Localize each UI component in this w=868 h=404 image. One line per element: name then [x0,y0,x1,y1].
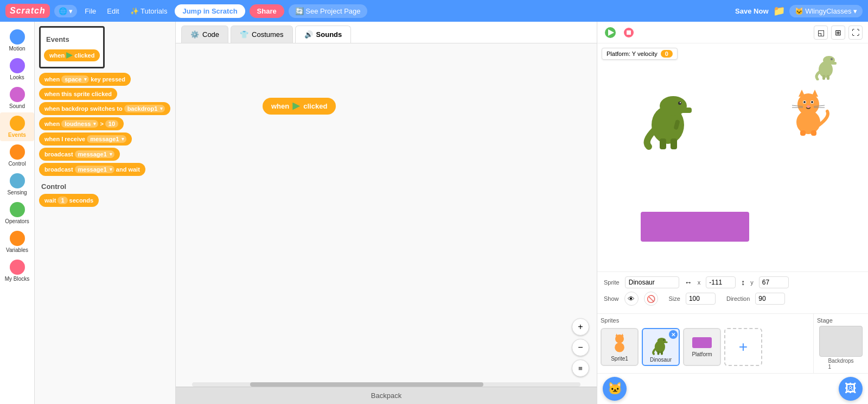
x-coordinate-input[interactable] [706,276,736,288]
main-layout: Motion Looks Sound Events Control Sensin… [0,22,868,404]
svg-point-26 [807,105,810,108]
svg-point-8 [680,102,681,103]
svg-rect-3 [627,30,631,35]
add-cat-sprite-button[interactable]: 🐱 [603,377,627,401]
green-flag-run-button[interactable] [603,25,618,40]
category-variables[interactable]: Variables [0,228,34,256]
stage-preview: Platform: Y velocity 0 [597,43,868,272]
when-receive-block[interactable]: when I receive message1 [39,132,132,146]
y-arrow-icon: ↕ [741,278,745,287]
x-arrow-icon: ↔ [685,278,692,287]
stop-button[interactable] [622,26,635,39]
code-icon: ⚙️ [190,30,199,39]
stage-section: Stage Backdrops 1 [814,314,868,373]
show-sprite-button[interactable]: 👁 [624,292,639,306]
costumes-icon: 👕 [240,30,248,39]
normal-stage-button[interactable]: ⊞ [831,26,845,40]
category-control[interactable]: Control [0,141,34,170]
green-flag-icon [66,52,73,59]
size-input[interactable] [686,293,716,305]
svg-rect-14 [831,62,837,65]
sounds-icon: 🔊 [304,30,313,39]
language-button[interactable]: 🌐 ▾ [54,5,78,17]
svg-marker-21 [812,90,818,97]
sprite-list-area: Sprites Sprite1 ✕ [597,313,868,373]
zoom-in-button[interactable]: + [572,318,589,336]
svg-point-25 [811,101,813,103]
svg-rect-6 [680,108,692,113]
tab-code[interactable]: ⚙️ Code [181,26,228,43]
edit-menu[interactable]: Edit [104,5,122,17]
collapse-stage-button[interactable]: ◱ [814,26,828,40]
wait-block[interactable]: wait 1 seconds [39,194,99,207]
tutorials-button[interactable]: ✨ Tutorials [127,5,171,17]
svg-rect-41 [658,351,660,355]
svg-point-23 [803,101,806,103]
canvas-when-clicked-pill[interactable]: when clicked [263,98,336,115]
direction-input[interactable] [755,293,785,305]
folder-icon-button[interactable]: 📁 [773,5,785,17]
svg-point-15 [831,58,833,60]
category-sound[interactable]: Sound [0,84,34,112]
file-menu[interactable]: File [81,5,99,17]
category-sensing[interactable]: Sensing [0,170,34,199]
when-loudness-block[interactable]: when loudness > 10 [39,117,124,130]
canvas-area: when clicked + − ≡ Backpack [176,43,597,404]
sprite-thumb-sprite1[interactable]: Sprite1 [601,328,639,366]
broadcast-block[interactable]: broadcast message1 [39,148,120,161]
events-section-box: Events when clicked [39,26,105,68]
stage-small-dinosaur [814,48,841,82]
broadcast-wait-block[interactable]: broadcast message1 and wait [39,163,145,176]
blocks-panel: Events when clicked when space key press… [35,22,176,404]
bottom-right-buttons: 🐱 🖼 [597,373,868,404]
center-view-button[interactable]: ≡ [572,359,589,377]
svg-point-7 [678,102,681,105]
sprite-thumb-dinosaur[interactable]: ✕ Dinosaur [642,328,680,366]
fullscreen-button[interactable]: ⛶ [848,26,863,40]
zoom-out-button[interactable]: − [572,339,589,356]
when-clicked-block[interactable]: when clicked [44,49,100,61]
category-events[interactable]: Events [0,112,34,141]
stage-size-controls: ◱ ⊞ ⛶ [814,26,863,40]
stage-dinosaur [641,76,700,154]
sprite-thumb-platform[interactable]: Platform [683,328,721,366]
when-sprite-clicked-block[interactable]: when this sprite clicked [39,88,117,100]
add-stage-sprite-button[interactable]: 🖼 [839,377,863,401]
svg-point-34 [615,342,624,352]
category-myblocks[interactable]: My Blocks [0,256,34,285]
category-operators[interactable]: Operators [0,199,34,228]
user-menu[interactable]: 🐱 WlingyClasses ▾ [789,5,863,17]
category-looks[interactable]: Looks [0,55,34,84]
canvas-block-when-clicked[interactable]: when clicked [263,98,336,117]
svg-rect-16 [822,75,825,80]
see-project-page-button[interactable]: 🔄 See Project Page [289,4,367,18]
sprite-name-input[interactable] [625,276,679,288]
share-button[interactable]: Share [250,4,284,18]
when-key-pressed-block[interactable]: when space key pressed [39,73,131,86]
hide-sprite-button[interactable]: 🚫 [644,292,658,306]
top-navbar: Scratch 🌐 ▾ File Edit ✨ Tutorials Jump i… [0,0,868,22]
right-panel: ◱ ⊞ ⛶ Platform: Y velocity 0 [597,22,868,404]
category-motion[interactable]: Motion [0,26,34,55]
svg-rect-32 [811,130,816,136]
tab-sounds[interactable]: 🔊 Sounds [295,26,352,43]
svg-rect-42 [661,351,663,355]
sprite-info: Sprite ↔ x ↕ y Show 👁 🚫 Size Direction [597,272,868,313]
delete-sprite-button[interactable]: ✕ [669,330,678,339]
svg-marker-36 [621,333,623,336]
stage-purple-platform [641,212,749,242]
svg-marker-35 [615,333,617,336]
category-sidebar: Motion Looks Sound Events Control Sensin… [0,22,35,404]
stage-thumbnail[interactable] [819,326,863,357]
tab-costumes[interactable]: 👕 Costumes [231,26,293,43]
svg-rect-9 [660,138,666,149]
canvas-green-flag-icon [292,103,300,110]
add-sprite-button[interactable]: + [724,328,762,366]
save-now-button[interactable]: Save Now [735,7,768,15]
control-section-title: Control [41,182,171,191]
backpack-bar[interactable]: Backpack [176,387,597,404]
sprite-thumbs: Sprite1 ✕ Dinosaur [601,328,810,366]
when-backdrop-block[interactable]: when backdrop switches to backdrop1 [39,102,170,115]
jump-in-scratch-button[interactable]: Jump in Scratch [175,4,245,18]
y-coordinate-input[interactable] [759,276,789,288]
